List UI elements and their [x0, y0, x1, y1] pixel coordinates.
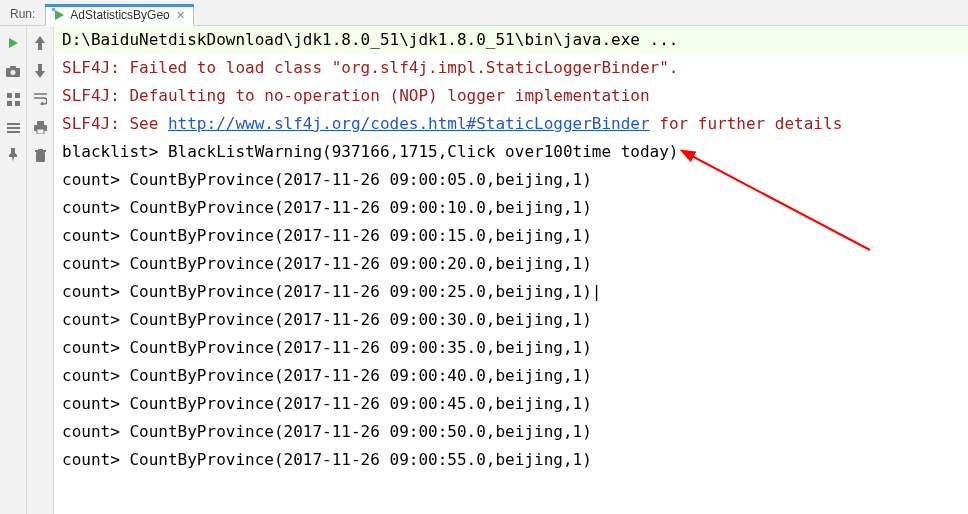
- svg-rect-11: [37, 121, 44, 125]
- svg-rect-7: [15, 93, 20, 98]
- count-line: count> CountByProvince(2017-11-26 09:00:…: [54, 306, 968, 334]
- wrap-button[interactable]: [29, 88, 51, 110]
- left-gutter-1: [0, 26, 27, 514]
- run-config-icon: [52, 8, 66, 22]
- scroll-up-icon[interactable]: [29, 32, 51, 54]
- slf4j-error-3: SLF4J: See http://www.slf4j.org/codes.ht…: [54, 110, 968, 138]
- panel-body: D:\BaiduNetdiskDownload\jdk1.8.0_51\jdk1…: [0, 26, 968, 514]
- slf4j-3-prefix: SLF4J: See: [62, 114, 168, 133]
- count-line: count> CountByProvince(2017-11-26 09:00:…: [54, 166, 968, 194]
- svg-rect-4: [10, 66, 16, 69]
- print-button[interactable]: [29, 116, 51, 138]
- count-line: count> CountByProvince(2017-11-26 09:00:…: [54, 390, 968, 418]
- exec-line: D:\BaiduNetdiskDownload\jdk1.8.0_51\jdk1…: [54, 26, 968, 54]
- tab-label: AdStatisticsByGeo: [70, 8, 169, 22]
- count-line: count> CountByProvince(2017-11-26 09:00:…: [54, 222, 968, 250]
- svg-rect-15: [38, 149, 43, 151]
- tab-active-indicator: [45, 4, 193, 7]
- left-gutter-2: [27, 26, 54, 514]
- slf4j-error-2: SLF4J: Defaulting to no-operation (NOP) …: [54, 82, 968, 110]
- rerun-button[interactable]: [2, 32, 24, 54]
- count-line: count> CountByProvince(2017-11-26 09:00:…: [54, 362, 968, 390]
- counts-container: count> CountByProvince(2017-11-26 09:00:…: [54, 166, 968, 474]
- slf4j-error-1: SLF4J: Failed to load class "org.slf4j.i…: [54, 54, 968, 82]
- close-icon[interactable]: ✕: [176, 9, 185, 22]
- camera-button[interactable]: [2, 60, 24, 82]
- count-line: count> CountByProvince(2017-11-26 09:00:…: [54, 194, 968, 222]
- svg-rect-6: [7, 93, 12, 98]
- svg-marker-2: [9, 38, 18, 48]
- blacklist-line: blacklist> BlackListWarning(937166,1715,…: [54, 138, 968, 166]
- run-panel-header: Run: AdStatisticsByGeo ✕: [0, 0, 968, 26]
- count-line: count> CountByProvince(2017-11-26 09:00:…: [54, 334, 968, 362]
- svg-rect-9: [15, 101, 20, 106]
- svg-rect-13: [36, 152, 45, 162]
- scroll-down-icon[interactable]: [29, 60, 51, 82]
- slf4j-3-suffix: for further details: [650, 114, 843, 133]
- count-line: count> CountByProvince(2017-11-26 09:00:…: [54, 278, 968, 306]
- count-line: count> CountByProvince(2017-11-26 09:00:…: [54, 250, 968, 278]
- panel-title: Run:: [0, 3, 45, 25]
- svg-rect-12: [37, 129, 44, 134]
- svg-rect-8: [7, 101, 12, 106]
- count-line: count> CountByProvince(2017-11-26 09:00:…: [54, 418, 968, 446]
- count-line: count> CountByProvince(2017-11-26 09:00:…: [54, 446, 968, 474]
- collapse-button[interactable]: [2, 116, 24, 138]
- svg-marker-0: [55, 10, 64, 20]
- layout-button[interactable]: [2, 88, 24, 110]
- svg-rect-1: [52, 8, 55, 11]
- console-output[interactable]: D:\BaiduNetdiskDownload\jdk1.8.0_51\jdk1…: [54, 26, 968, 514]
- run-tab[interactable]: AdStatisticsByGeo ✕: [45, 4, 193, 26]
- delete-button[interactable]: [29, 144, 51, 166]
- exec-line-highlight: D:\BaiduNetdiskDownload\jdk1.8.0_51\jdk1…: [54, 26, 968, 54]
- svg-point-5: [11, 70, 16, 75]
- slf4j-link[interactable]: http://www.slf4j.org/codes.html#StaticLo…: [168, 114, 650, 133]
- pin-button[interactable]: [2, 144, 24, 166]
